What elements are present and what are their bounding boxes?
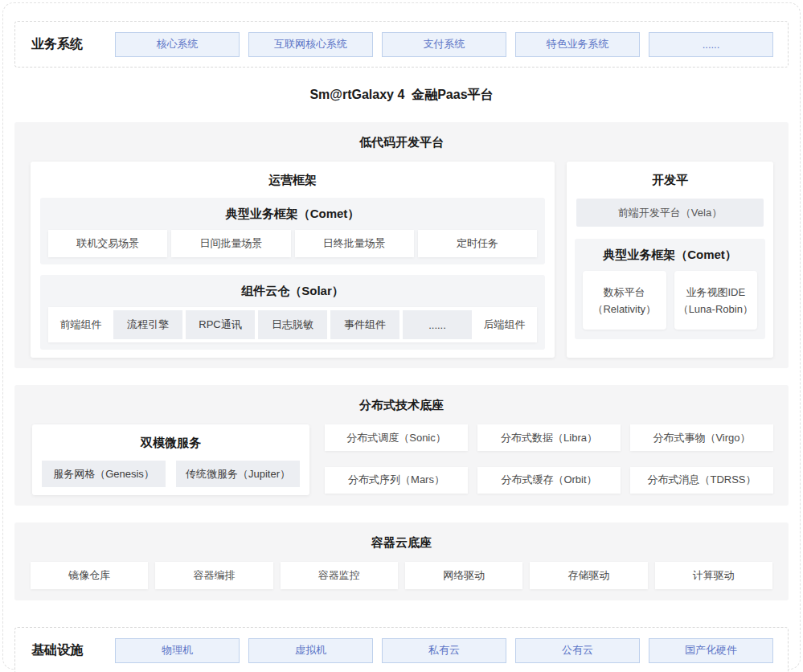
- item-network-driver: 网络驱动: [405, 562, 522, 589]
- chip-public-cloud[interactable]: 公有云: [515, 638, 640, 663]
- dev-typical-business-title: 典型业务框架（Comet）: [583, 239, 757, 271]
- item-service-mesh-genesis: 服务网格（Genesis）: [42, 461, 166, 487]
- item-storage-driver: 存储驱动: [530, 562, 647, 589]
- item-distributed-transaction-virgo: 分布式事物（Virgo）: [630, 424, 773, 451]
- item-daytime-batch-scene: 日间批量场景: [171, 230, 290, 257]
- card-dev-platform: 开发平 前端开发平台（Vela） 典型业务框架（Comet） 数标平台 （Rel…: [567, 162, 773, 358]
- item-rpc-communication: RPC通讯: [186, 310, 255, 339]
- item-image-registry: 镜像仓库: [31, 562, 148, 589]
- card-operation-framework: 运营框架 典型业务框架（Comet） 联机交易场景 日间批量场景 日终批量场景 …: [31, 162, 555, 358]
- item-container-monitoring: 容器监控: [281, 562, 398, 589]
- relativity-line1: 数标平台: [604, 284, 645, 301]
- component-cloud-title: 组件云仓（Solar）: [48, 275, 537, 307]
- chip-more-systems[interactable]: ......: [649, 32, 773, 57]
- item-frontend-dev-platform-vela: 前端开发平台（Vela）: [576, 199, 764, 227]
- section-low-code-platform: 低代码开发平台 运营框架 典型业务框架（Comet） 联机交易场景 日间批量场景…: [14, 122, 789, 368]
- chip-domestic-hardware[interactable]: 国产化硬件: [649, 638, 773, 663]
- item-relativity-platform: 数标平台 （Relativity）: [583, 271, 666, 330]
- item-scheduled-task: 定时任务: [418, 230, 537, 257]
- infrastructure-label: 基础设施: [31, 642, 115, 659]
- item-frontend-components: 前端组件: [51, 310, 110, 339]
- item-compute-driver: 计算驱动: [655, 562, 772, 589]
- dev-platform-title: 开发平: [575, 162, 765, 198]
- item-distributed-data-libra: 分布式数据（Libra）: [477, 424, 621, 451]
- item-distributed-scheduling-sonic: 分布式调度（Sonic）: [325, 424, 468, 451]
- subcard-dev-typical-business: 典型业务框架（Comet） 数标平台 （Relativity） 业务视图IDE …: [575, 239, 765, 339]
- business-systems-label: 业务系统: [31, 36, 115, 53]
- card-dual-mode-microservices: 双模微服务 服务网格（Genesis） 传统微服务（Jupiter）: [32, 424, 309, 495]
- dual-mode-title: 双模微服务: [42, 424, 300, 461]
- chip-private-cloud[interactable]: 私有云: [382, 638, 506, 663]
- item-online-trading-scene: 联机交易场景: [48, 230, 167, 257]
- item-luna-robin-ide: 业务视图IDE （Luna-Robin）: [674, 271, 758, 330]
- business-systems-strip: 业务系统 核心系统 互联网核心系统 支付系统 特色业务系统 ......: [14, 21, 789, 68]
- business-systems-buttons: 核心系统 互联网核心系统 支付系统 特色业务系统 ......: [115, 32, 773, 57]
- item-distributed-messaging-tdrss: 分布式消息（TDRSS）: [630, 467, 773, 494]
- luna-robin-line2: （Luna-Robin）: [678, 301, 753, 318]
- typical-business-title: 典型业务框架（Comet）: [48, 198, 537, 230]
- operation-framework-title: 运营框架: [40, 162, 545, 198]
- architecture-diagram: 业务系统 核心系统 互联网核心系统 支付系统 特色业务系统 ...... Sm@…: [0, 0, 803, 672]
- chip-core-system[interactable]: 核心系统: [115, 32, 240, 57]
- container-cloud-title: 容器云底座: [14, 522, 789, 562]
- item-event-components: 事件组件: [330, 310, 399, 339]
- item-container-orchestration: 容器编排: [155, 562, 272, 589]
- infrastructure-strip: 基础设施 物理机 虚拟机 私有云 公有云 国产化硬件: [14, 627, 789, 672]
- item-backend-components: 后端组件: [475, 310, 534, 339]
- chip-virtual-machine[interactable]: 虚拟机: [248, 638, 373, 663]
- item-distributed-sequence-mars: 分布式序列（Mars）: [325, 467, 468, 494]
- item-process-engine: 流程引擎: [113, 310, 182, 339]
- item-log-masking: 日志脱敏: [258, 310, 327, 339]
- item-eod-batch-scene: 日终批量场景: [295, 230, 414, 257]
- section-distributed-base: 分布式技术底座 双模微服务 服务网格（Genesis） 传统微服务（Jupite…: [14, 385, 789, 506]
- distributed-title: 分布式技术底座: [14, 385, 789, 424]
- page-title: Sm@rtGalaxy 4 金融Paas平台: [14, 68, 789, 122]
- section-container-cloud-base: 容器云底座 镜像仓库 容器编排 容器监控 网络驱动 存储驱动 计算驱动: [14, 522, 789, 600]
- chip-featured-business-system[interactable]: 特色业务系统: [515, 32, 640, 57]
- item-more-components: ......: [403, 310, 472, 339]
- chip-payment-system[interactable]: 支付系统: [382, 32, 506, 57]
- chip-physical-machine[interactable]: 物理机: [115, 638, 240, 663]
- subcard-component-cloud: 组件云仓（Solar） 前端组件 流程引擎 RPC通讯 日志脱敏 事件组件 ..…: [40, 275, 545, 350]
- item-distributed-cache-orbit: 分布式缓存（Orbit）: [477, 467, 621, 494]
- relativity-line2: （Relativity）: [592, 301, 656, 318]
- infrastructure-buttons: 物理机 虚拟机 私有云 公有云 国产化硬件: [115, 638, 773, 663]
- low-code-title: 低代码开发平台: [14, 122, 789, 162]
- chip-internet-core-system[interactable]: 互联网核心系统: [248, 32, 373, 57]
- item-traditional-microservices-jupiter: 传统微服务（Jupiter）: [176, 461, 300, 487]
- distributed-items-grid: 分布式调度（Sonic） 分布式数据（Libra） 分布式事物（Virgo） 分…: [325, 424, 773, 495]
- luna-robin-line1: 业务视图IDE: [686, 284, 745, 301]
- subcard-typical-business-framework: 典型业务框架（Comet） 联机交易场景 日间批量场景 日终批量场景 定时任务: [40, 198, 545, 264]
